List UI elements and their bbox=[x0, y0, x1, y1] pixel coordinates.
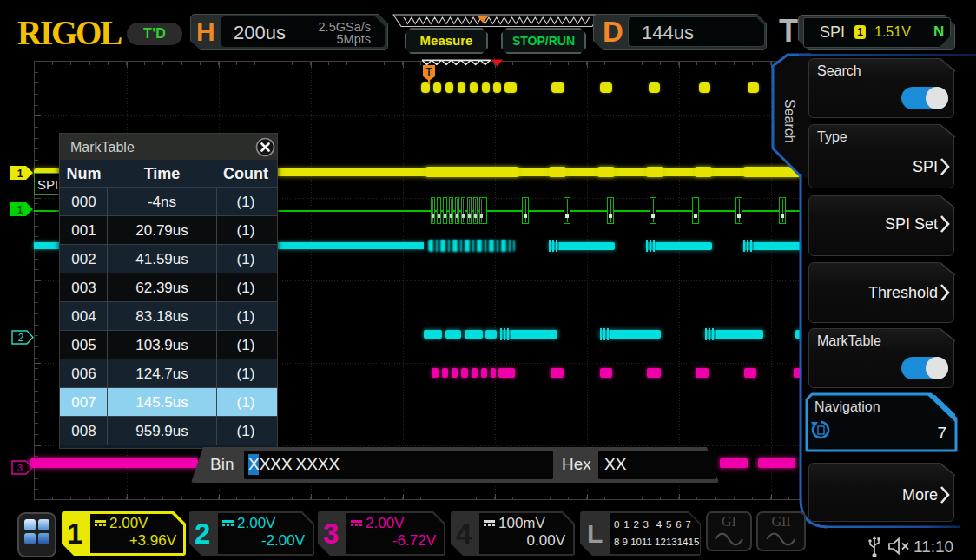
svg-text:3: 3 bbox=[17, 463, 23, 473]
svg-text:2: 2 bbox=[18, 332, 24, 344]
svg-text:1: 1 bbox=[17, 204, 23, 216]
svg-text:1: 1 bbox=[17, 168, 23, 180]
svg-text:T: T bbox=[425, 66, 432, 78]
